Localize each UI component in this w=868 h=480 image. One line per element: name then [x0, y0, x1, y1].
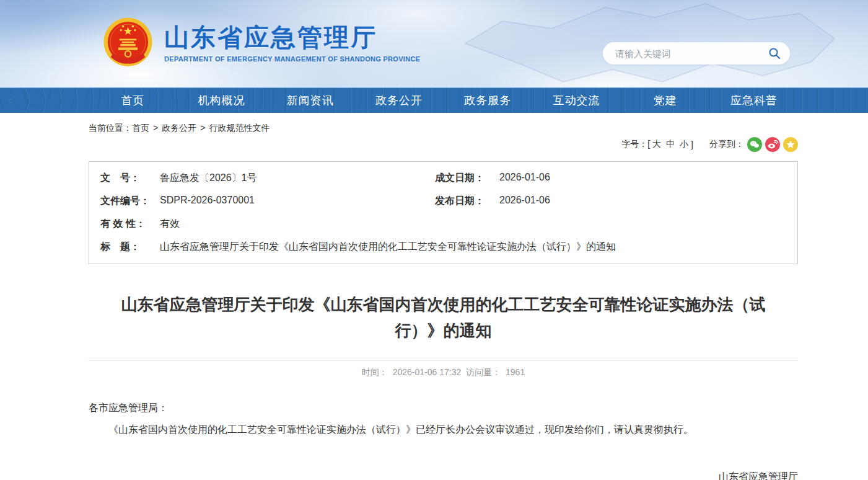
weibo-icon — [765, 137, 780, 152]
breadcrumb-home[interactable]: 首页 — [132, 123, 149, 133]
body-paragraph: 《山东省国内首次使用的化工工艺安全可靠性论证实施办法（试行）》已经厅长办公会议审… — [89, 420, 798, 439]
search-icon — [768, 47, 781, 60]
table-row: 文件编号： SDPR-2026-0370001 发布日期： 2026-01-06 — [89, 190, 797, 213]
search-input[interactable] — [614, 48, 766, 60]
share-qzone-button[interactable] — [783, 137, 798, 152]
site-header: 山东省应急管理厅 DEPARTMENT OF EMERGENCY MANAGEM… — [0, 0, 868, 87]
validity-value: 有效 — [160, 218, 180, 231]
visits-label: 访问量： — [466, 367, 501, 377]
breadcrumb-label: 当前位置： — [89, 123, 132, 133]
national-emblem-icon — [101, 16, 155, 70]
nav-item-interaction[interactable]: 互动交流 — [532, 88, 620, 113]
validity-label: 有 效 性： — [100, 218, 160, 231]
article-meta: 时间： 2026-01-06 17:32 访问量： 1961 — [89, 361, 798, 383]
table-row: 有 效 性： 有效 — [89, 213, 797, 236]
written-date-label: 成文日期： — [435, 172, 499, 185]
doc-number-label: 文 号： — [100, 172, 160, 185]
breadcrumb-separator: > — [200, 123, 205, 133]
share-wechat-button[interactable] — [747, 137, 762, 152]
site-title-block: 山东省应急管理厅 DEPARTMENT OF EMERGENCY MANAGEM… — [164, 24, 420, 63]
article-title: 山东省应急管理厅关于印发《山东省国内首次使用的化工工艺安全可靠性论证实施办法（试… — [101, 291, 786, 344]
search-box — [603, 42, 790, 64]
document-info-table: 文 号： 鲁应急发〔2026〕1号 成文日期： 2026-01-06 文件编号：… — [89, 161, 798, 264]
main-nav: 首页 机构概况 新闻资讯 政务公开 政务服务 互动交流 党建 应急科普 — [0, 87, 868, 113]
file-code-label: 文件编号： — [100, 195, 160, 208]
breadcrumb-separator: > — [153, 123, 158, 133]
share-weibo-button[interactable] — [765, 137, 780, 152]
nav-item-gov-disclosure[interactable]: 政务公开 — [354, 88, 443, 113]
nav-item-gov-services[interactable]: 政务服务 — [443, 88, 532, 113]
publish-date-value: 2026-01-06 — [499, 195, 550, 208]
doc-number-value: 鲁应急发〔2026〕1号 — [160, 172, 257, 185]
time-value: 2026-01-06 17:32 — [393, 367, 462, 377]
table-row: 标 题： 山东省应急管理厅关于印发《山东省国内首次使用的化工工艺安全可靠性论证实… — [89, 236, 797, 259]
doc-title-label: 标 题： — [100, 241, 160, 254]
salutation: 各市应急管理局： — [89, 398, 798, 417]
breadcrumb-regulatory-files[interactable]: 行政规范性文件 — [209, 123, 270, 133]
publish-date-label: 发布日期： — [435, 195, 499, 208]
share-label: 分享到： — [709, 139, 744, 150]
nav-item-news[interactable]: 新闻资讯 — [266, 88, 354, 113]
wechat-icon — [747, 137, 762, 152]
breadcrumb-gov-disclosure[interactable]: 政务公开 — [162, 123, 196, 133]
doc-title-value: 山东省应急管理厅关于印发《山东省国内首次使用的化工工艺安全可靠性论证实施办法（试… — [160, 241, 616, 254]
main-content: 当前位置：首页>政务公开>行政规范性文件 字号：[ 大 中 小 ] 分享到： — [89, 113, 798, 480]
file-code-value: SDPR-2026-0370001 — [160, 195, 255, 208]
breadcrumb: 当前位置：首页>政务公开>行政规范性文件 — [89, 113, 798, 134]
font-size-label-close: ] — [691, 140, 693, 149]
font-size-label: 字号：[ — [621, 139, 650, 150]
signature-block: 山东省应急管理厅 2026年1月6日 — [89, 468, 798, 480]
site-logo-link[interactable]: 山东省应急管理厅 DEPARTMENT OF EMERGENCY MANAGEM… — [101, 16, 420, 70]
nav-item-home[interactable]: 首页 — [89, 88, 177, 113]
search-button[interactable] — [766, 45, 783, 61]
nav-item-party[interactable]: 党建 — [621, 88, 709, 113]
site-name: 山东省应急管理厅 — [164, 24, 420, 51]
time-label: 时间： — [362, 367, 388, 377]
font-size-medium-button[interactable]: 中 — [666, 139, 675, 150]
font-size-large-button[interactable]: 大 — [652, 139, 661, 150]
site-name-english: DEPARTMENT OF EMERGENCY MANAGEMENT OF SH… — [164, 55, 420, 63]
font-size-small-button[interactable]: 小 — [680, 139, 688, 150]
visits-value: 1961 — [506, 367, 525, 377]
article-toolbar: 字号：[ 大 中 小 ] 分享到： — [89, 135, 798, 154]
article-body: 各市应急管理局： 《山东省国内首次使用的化工工艺安全可靠性论证实施办法（试行）》… — [89, 398, 798, 439]
written-date-value: 2026-01-06 — [499, 172, 550, 185]
qzone-star-icon — [783, 137, 798, 152]
nav-item-emergency-science[interactable]: 应急科普 — [709, 88, 798, 113]
signature-org: 山东省应急管理厅 — [89, 468, 798, 480]
nav-item-about[interactable]: 机构概况 — [177, 88, 265, 113]
table-row: 文 号： 鲁应急发〔2026〕1号 成文日期： 2026-01-06 — [89, 167, 797, 190]
